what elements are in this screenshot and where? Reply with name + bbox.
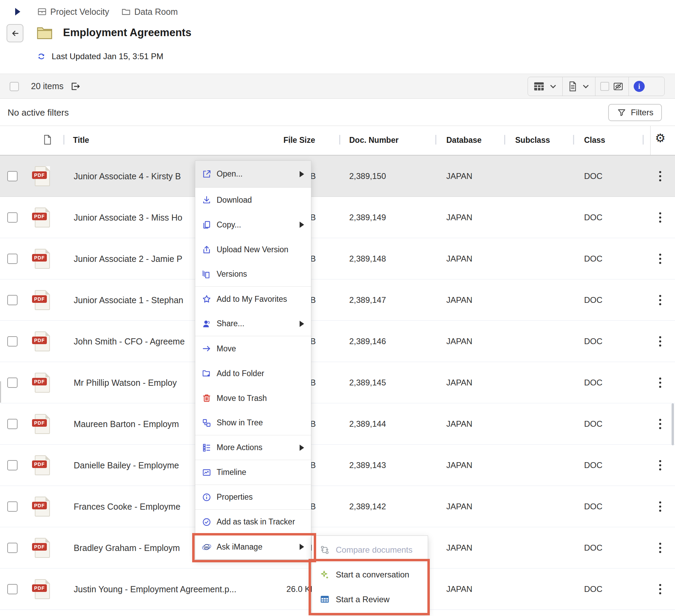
row-checkbox[interactable]	[7, 419, 18, 429]
menu-item-share[interactable]: Share...	[195, 311, 311, 336]
select-all-checkbox[interactable]	[10, 82, 19, 91]
table-row[interactable]: PDF Junior Associate 2 - Jamie P 26.0 KB…	[0, 238, 675, 279]
export-icon[interactable]	[70, 81, 81, 92]
column-header-class[interactable]: Class	[584, 136, 605, 145]
row-checkbox[interactable]	[7, 501, 18, 512]
row-checkbox[interactable]	[7, 212, 18, 223]
info-button[interactable]: i	[629, 77, 650, 96]
row-title[interactable]: Bradley Graham - Employm	[74, 543, 180, 553]
breadcrumb-folder[interactable]: Data Room	[121, 7, 178, 17]
row-title[interactable]: Maureen Barton - Employm	[74, 419, 179, 429]
preview-hidden-icon[interactable]	[613, 81, 624, 92]
row-class: DOC	[584, 337, 602, 346]
row-checkbox[interactable]	[7, 460, 18, 470]
column-header-title[interactable]: Title	[73, 136, 89, 145]
row-checkbox[interactable]	[7, 336, 18, 347]
document-view-button[interactable]	[562, 77, 595, 96]
row-actions-kebab-icon[interactable]	[656, 293, 665, 308]
row-database: JAPAN	[446, 502, 473, 511]
row-title[interactable]: Junior Associate 1 - Stephan	[74, 295, 183, 305]
menu-item-move[interactable]: Move	[195, 336, 311, 361]
row-title[interactable]: John Smith - CFO - Agreeme	[74, 337, 185, 347]
pdf-file-icon: PDF	[35, 455, 50, 475]
row-title[interactable]: Junior Associate 4 - Kirsty B	[74, 171, 181, 181]
row-actions-kebab-icon[interactable]	[656, 210, 665, 225]
list-icon	[201, 443, 212, 453]
row-title[interactable]: Junior Associate 2 - Jamie P	[74, 254, 182, 264]
column-header-file-size[interactable]: File Size	[241, 136, 315, 145]
menu-item-ask-imanage[interactable]: m Ask iManage	[195, 534, 311, 559]
menu-item-copy[interactable]: Copy...	[195, 212, 311, 237]
table-row[interactable]: PDF Maureen Barton - Employm 26.0 KB 2,3…	[0, 403, 675, 445]
table-row[interactable]: PDF Frances Cooke - Employme 26.0 KB 2,3…	[0, 486, 675, 527]
menu-item-more-actions[interactable]: More Actions	[195, 435, 311, 460]
row-title[interactable]: Danielle Bailey - Employme	[74, 460, 179, 470]
row-title[interactable]: Junior Associate 3 - Miss Ho	[74, 213, 182, 223]
menu-item-open[interactable]: Open...	[195, 161, 311, 188]
preview-toggle-group[interactable]	[595, 77, 629, 96]
expand-caret-icon[interactable]	[15, 8, 20, 15]
filters-button[interactable]: Filters	[608, 104, 662, 121]
menu-item-download[interactable]: Download	[195, 188, 311, 212]
column-settings-gear-icon[interactable]: ⚙	[655, 132, 665, 144]
row-title[interactable]: Mr Phillip Watson - Employ	[74, 378, 177, 388]
menu-item-show-in-tree[interactable]: Show in Tree	[195, 411, 311, 435]
file-type-column-icon[interactable]	[43, 134, 52, 145]
row-database: JAPAN	[446, 254, 473, 264]
table-row[interactable]: PDF Danielle Bailey - Employme 26.0 KB 2…	[0, 445, 675, 486]
table-row[interactable]: PDF Junior Associate 3 - Miss Ho 26.0 KB…	[0, 197, 675, 238]
row-checkbox[interactable]	[7, 584, 18, 594]
row-checkbox[interactable]	[7, 295, 18, 305]
table-row[interactable]: PDF Junior Associate 4 - Kirsty B 26.0 K…	[0, 156, 675, 197]
row-title[interactable]: Justin Young - Employment Agreement.p...	[74, 584, 237, 594]
table-row[interactable]: PDF John Smith - CFO - Agreeme 26.0 KB 2…	[0, 321, 675, 362]
row-checkbox[interactable]	[7, 543, 18, 553]
back-button[interactable]	[7, 24, 23, 42]
submenu-item-start-a-conversation[interactable]: Start a conversation	[312, 562, 428, 587]
menu-item-add-to-folder[interactable]: Add to Folder	[195, 361, 311, 386]
row-title[interactable]: Frances Cooke - Employme	[74, 502, 180, 512]
row-checkbox[interactable]	[7, 254, 18, 264]
funnel-icon	[617, 108, 626, 117]
row-checkbox[interactable]	[7, 378, 18, 388]
row-checkbox[interactable]	[7, 171, 18, 181]
trash-icon	[201, 393, 212, 403]
menu-item-move-to-trash[interactable]: Move to Trash	[195, 386, 311, 411]
row-actions-kebab-icon[interactable]	[656, 375, 665, 390]
breadcrumb-folder-label: Data Room	[134, 7, 178, 17]
refresh-icon[interactable]	[37, 52, 46, 61]
row-actions-kebab-icon[interactable]	[656, 251, 665, 266]
row-actions-kebab-icon[interactable]	[656, 169, 665, 184]
row-actions-kebab-icon[interactable]	[656, 540, 665, 555]
row-database: JAPAN	[446, 543, 473, 553]
menu-item-versions[interactable]: Versions	[195, 262, 311, 287]
menu-item-properties[interactable]: Properties	[195, 485, 311, 510]
menu-item-timeline[interactable]: Timeline	[195, 460, 311, 485]
row-actions-kebab-icon[interactable]	[656, 582, 665, 597]
row-actions-kebab-icon[interactable]	[656, 334, 665, 349]
row-actions-kebab-icon[interactable]	[656, 458, 665, 473]
compare-documents-icon	[320, 545, 330, 555]
table-row[interactable]: PDF Junior Associate 1 - Stephan 26.0 KB…	[0, 279, 675, 321]
submenu-item-start-a-review[interactable]: Start a Review	[312, 587, 428, 612]
row-class: DOC	[584, 460, 602, 470]
menu-item-upload-new-version[interactable]: Upload New Version	[195, 237, 311, 262]
menu-item-add-as-task[interactable]: Add as task in Tracker	[195, 510, 311, 534]
row-actions-kebab-icon[interactable]	[656, 499, 665, 514]
table-row[interactable]: PDF Mr Phillip Watson - Employ 26.0 KB 2…	[0, 362, 675, 403]
column-header-database[interactable]: Database	[446, 136, 481, 145]
preview-checkbox[interactable]	[600, 82, 609, 91]
breadcrumb: Project Velocity Data Room	[0, 5, 178, 19]
column-header-doc-number[interactable]: Doc. Number	[349, 136, 398, 145]
submenu-arrow-icon	[300, 445, 304, 451]
row-actions-kebab-icon[interactable]	[656, 416, 665, 432]
column-header-subclass[interactable]: Subclass	[515, 136, 550, 145]
row-doc-number: 2,389,143	[349, 460, 386, 470]
filter-bar: No active filters Filters	[0, 99, 675, 126]
vertical-scrollbar[interactable]	[672, 403, 674, 445]
table-view-button[interactable]	[528, 77, 562, 96]
menu-item-add-to-favorites[interactable]: Add to My Favorites	[195, 287, 311, 311]
breadcrumb-workspace[interactable]: Project Velocity	[37, 7, 109, 17]
share-person-icon	[201, 319, 212, 329]
arrow-right-icon	[201, 343, 212, 354]
